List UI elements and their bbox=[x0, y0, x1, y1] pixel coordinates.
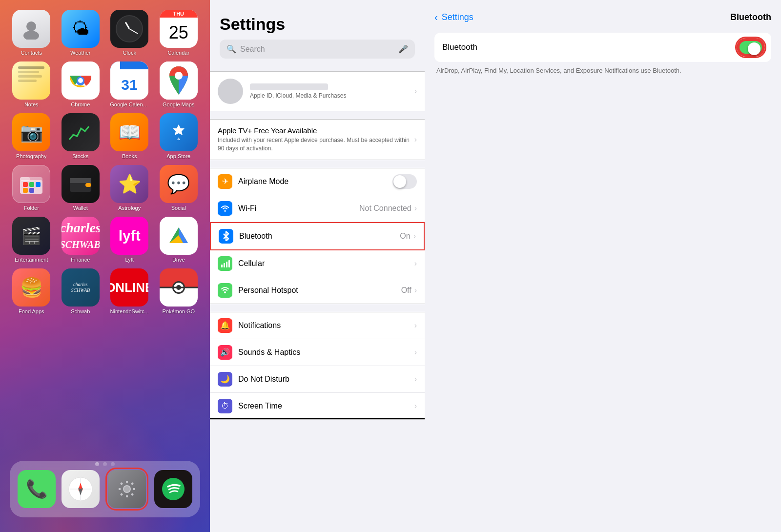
app-label-nintendo: NintendoSwitc... bbox=[110, 308, 149, 314]
dock-spotify[interactable] bbox=[154, 470, 192, 508]
wifi-label: Wi-Fi bbox=[238, 204, 359, 213]
app-label-appstore: App Store bbox=[166, 153, 190, 159]
app-entertainment[interactable]: 🎬 Entertainment bbox=[9, 217, 54, 263]
svg-text:31: 31 bbox=[122, 77, 138, 93]
dock-safari[interactable] bbox=[62, 470, 100, 508]
network-settings-group: ✈ Airplane Mode Wi-Fi Not Connected › bbox=[210, 168, 425, 304]
apple-id-chevron: › bbox=[414, 87, 417, 96]
svg-point-1 bbox=[23, 31, 39, 40]
app-wallet[interactable]: Wallet bbox=[58, 165, 103, 211]
settings-row-cellular[interactable]: Cellular › bbox=[210, 250, 425, 277]
app-photography[interactable]: 📷 Photography bbox=[9, 113, 54, 159]
app-label-chrome: Chrome bbox=[71, 102, 90, 107]
bluetooth-page-title: Bluetooth bbox=[730, 12, 771, 22]
app-drive[interactable]: Drive bbox=[156, 217, 202, 263]
svg-rect-40 bbox=[226, 262, 227, 267]
sounds-icon: 🔊 bbox=[218, 345, 232, 360]
bluetooth-row-icon bbox=[219, 229, 233, 244]
svg-rect-39 bbox=[224, 263, 225, 267]
notifications-label: Notifications bbox=[238, 321, 414, 330]
app-pokemon[interactable]: Pokémon GO bbox=[156, 268, 202, 314]
app-gmaps[interactable]: Google Maps bbox=[156, 61, 202, 107]
search-bar[interactable]: 🔍 Search 🎤 bbox=[220, 40, 415, 59]
bluetooth-row-chevron: › bbox=[413, 232, 416, 241]
screentime-chevron: › bbox=[414, 402, 417, 410]
settings-row-dnd[interactable]: 🌙 Do Not Disturb › bbox=[210, 366, 425, 393]
app-label-foodapps: Food Apps bbox=[19, 308, 44, 314]
svg-rect-38 bbox=[221, 265, 223, 267]
notifications-chevron: › bbox=[414, 321, 417, 330]
iphone-homescreen: Contacts 🌤 Weather Clock THU 25 Calendar bbox=[0, 0, 210, 532]
apple-id-info: Apple ID, iCloud, Media & Purchases bbox=[250, 83, 408, 99]
app-folder[interactable]: Folder bbox=[9, 165, 54, 211]
app-astrology[interactable]: ⭐ Astrology bbox=[107, 165, 152, 211]
app-foodapps[interactable]: 🍔 Food Apps bbox=[9, 268, 54, 314]
app-label-schwab: Schwab bbox=[71, 308, 90, 314]
settings-row-bluetooth[interactable]: Bluetooth On › bbox=[210, 222, 425, 250]
bluetooth-nav: ‹ Settings Bluetooth bbox=[425, 0, 781, 28]
bluetooth-toggle-row[interactable]: Bluetooth bbox=[434, 33, 771, 62]
dnd-chevron: › bbox=[414, 375, 417, 384]
app-label-clock: Clock bbox=[123, 50, 136, 56]
search-input[interactable]: Search bbox=[240, 45, 394, 54]
svg-rect-20 bbox=[29, 188, 34, 193]
svg-rect-17 bbox=[29, 182, 34, 187]
app-label-wallet: Wallet bbox=[73, 205, 88, 211]
hotspot-icon bbox=[218, 283, 232, 298]
app-stocks[interactable]: Stocks bbox=[58, 113, 103, 159]
app-schwab[interactable]: charlesSCHWAB Schwab bbox=[58, 268, 103, 314]
app-label-folder: Folder bbox=[24, 205, 39, 211]
back-label[interactable]: Settings bbox=[442, 12, 473, 22]
settings-row-airplane[interactable]: ✈ Airplane Mode bbox=[210, 168, 425, 195]
app-calendar[interactable]: THU 25 Calendar bbox=[156, 10, 202, 56]
settings-row-hotspot[interactable]: Personal Hotspot Off › bbox=[210, 277, 425, 304]
settings-row-sounds[interactable]: 🔊 Sounds & Haptics › bbox=[210, 339, 425, 366]
app-clock[interactable]: Clock bbox=[107, 10, 152, 56]
bluetooth-toggle[interactable] bbox=[738, 40, 763, 55]
app-appstore[interactable]: A App Store bbox=[156, 113, 202, 159]
app-gcalendar[interactable]: 31 Google Calendar bbox=[107, 61, 152, 107]
bluetooth-detail-panel: ‹ Settings Bluetooth Bluetooth AirDrop, … bbox=[425, 0, 781, 532]
promo-text: Apple TV+ Free Year Available Included w… bbox=[218, 126, 414, 153]
dock-settings[interactable] bbox=[105, 468, 148, 511]
svg-rect-23 bbox=[70, 178, 91, 183]
apple-id-row[interactable]: Apple ID, iCloud, Media & Purchases › bbox=[210, 71, 425, 111]
app-notes[interactable]: Notes bbox=[9, 61, 54, 107]
settings-panel: Settings 🔍 Search 🎤 Apple ID, iCloud, Me… bbox=[210, 0, 425, 532]
search-icon: 🔍 bbox=[226, 44, 236, 54]
screentime-label: Screen Time bbox=[238, 402, 414, 410]
app-finance[interactable]: charlesSCHWAB Finance bbox=[58, 217, 103, 263]
app-label-social: Social bbox=[171, 205, 186, 211]
app-label-astrology: Astrology bbox=[118, 205, 141, 211]
app-lyft[interactable]: lyft Lyft bbox=[107, 217, 152, 263]
svg-point-0 bbox=[26, 21, 36, 31]
app-weather[interactable]: 🌤 Weather bbox=[58, 10, 103, 56]
app-nintendo[interactable]: ONLINE NintendoSwitc... bbox=[107, 268, 152, 314]
app-social[interactable]: 💬 Social bbox=[156, 165, 202, 211]
svg-point-11 bbox=[175, 72, 183, 80]
screentime-underline bbox=[210, 418, 425, 419]
airplane-icon: ✈ bbox=[218, 174, 232, 189]
svg-rect-15 bbox=[20, 177, 30, 181]
svg-point-36 bbox=[124, 486, 130, 492]
app-label-drive: Drive bbox=[172, 257, 185, 263]
bluetooth-description: AirDrop, AirPlay, Find My, Location Serv… bbox=[434, 66, 771, 76]
screentime-icon: ⏱ bbox=[218, 399, 232, 413]
bluetooth-row-label: Bluetooth bbox=[239, 232, 400, 241]
wifi-chevron: › bbox=[414, 204, 417, 213]
settings-row-wifi[interactable]: Wi-Fi Not Connected › bbox=[210, 195, 425, 222]
sounds-label: Sounds & Haptics bbox=[238, 348, 414, 357]
app-contacts[interactable]: Contacts bbox=[9, 10, 54, 56]
settings-row-notifications[interactable]: 🔔 Notifications › bbox=[210, 312, 425, 339]
dock-phone[interactable]: 📞 bbox=[18, 470, 56, 508]
svg-rect-24 bbox=[85, 183, 91, 187]
cellular-chevron: › bbox=[414, 259, 417, 268]
app-label-calendar: Calendar bbox=[167, 50, 189, 56]
app-label-gmaps: Google Maps bbox=[163, 102, 194, 107]
app-chrome[interactable]: Chrome bbox=[58, 61, 103, 107]
settings-row-screentime[interactable]: ⏱ Screen Time › bbox=[210, 393, 425, 419]
app-books[interactable]: 📖 Books bbox=[107, 113, 152, 159]
airplane-toggle[interactable] bbox=[392, 174, 417, 189]
svg-point-37 bbox=[162, 478, 185, 500]
promo-banner[interactable]: Apple TV+ Free Year Available Included w… bbox=[210, 119, 425, 160]
